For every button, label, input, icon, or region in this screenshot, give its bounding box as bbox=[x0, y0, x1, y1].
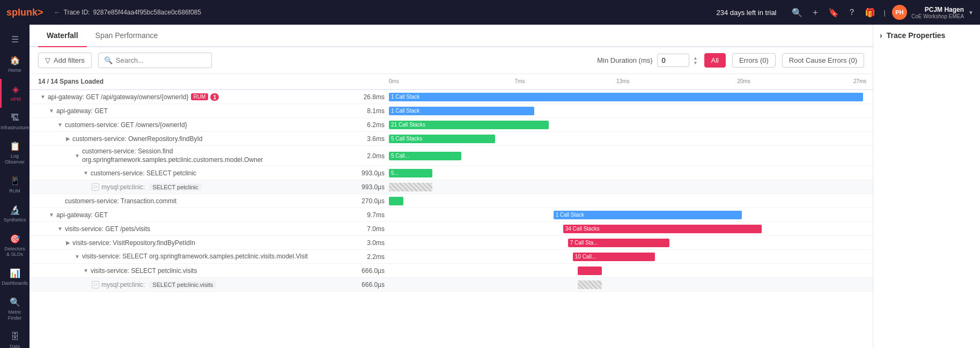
sidebar-item-detectors[interactable]: 🎯 Detectors & SLOs bbox=[0, 228, 30, 263]
span-bar[interactable]: 34 Call Stacks bbox=[563, 225, 762, 233]
chevron-right-icon[interactable]: › bbox=[880, 31, 882, 40]
span-bar[interactable]: 1 Call Stack bbox=[389, 93, 863, 101]
search-input[interactable] bbox=[116, 56, 206, 64]
sidebar-item-home-label: Home bbox=[8, 68, 21, 73]
back-arrow[interactable]: ← bbox=[54, 9, 61, 16]
expand-icon[interactable]: ▼ bbox=[57, 226, 63, 232]
span-name: ▼ customers-service: SELECT petclinic bbox=[30, 168, 341, 179]
sidebar-item-dashboards[interactable]: 📊 Dashboards bbox=[0, 263, 30, 292]
min-duration-input[interactable] bbox=[657, 54, 689, 67]
logo: splunk> bbox=[6, 7, 43, 18]
expand-icon[interactable]: ▼ bbox=[83, 268, 89, 273]
filter-errors-button[interactable]: Errors (0) bbox=[732, 53, 776, 68]
table-row: ▼ customers-service: GET /owners/{ownerI… bbox=[30, 118, 873, 132]
tick-0ms: 0ms bbox=[389, 78, 399, 84]
sidebar-item-data-management[interactable]: 🗄 Data Management bbox=[0, 327, 30, 348]
span-name: ▼ customers-service: Session.find org.sp… bbox=[30, 146, 341, 166]
trace-breadcrumb: ← Trace ID: 9287e85f44aa4f95bc58ace0c686… bbox=[54, 9, 201, 16]
span-bar-area: 1 Call Stack bbox=[389, 210, 873, 220]
span-bar[interactable] bbox=[578, 266, 602, 275]
tab-span-performance[interactable]: Span Performance bbox=[87, 25, 167, 47]
expand-icon[interactable]: ▶ bbox=[66, 136, 70, 142]
sidebar-item-infrastructure-label: Infrastructure bbox=[1, 125, 29, 131]
search-box: 🔍 bbox=[98, 53, 212, 68]
trial-badge: 234 days left in trial bbox=[717, 9, 777, 17]
rum-badge: RUM bbox=[191, 93, 209, 100]
tick-7ms: 7ms bbox=[515, 78, 525, 84]
span-duration: 666.0µs bbox=[341, 267, 389, 275]
span-bar-area: 7 Call Sta... bbox=[389, 238, 873, 248]
span-name: □ mysql:petclinic: SELECT petclinic.visi… bbox=[30, 279, 341, 290]
span-bar-area bbox=[389, 182, 873, 192]
expand-icon[interactable]: ▼ bbox=[49, 212, 54, 218]
expand-icon[interactable]: ▼ bbox=[57, 122, 63, 128]
bookmark-icon[interactable]: 🔖 bbox=[828, 8, 839, 18]
stepper-arrows: ▲▼ bbox=[694, 56, 698, 65]
user-name: PCJM Hagen bbox=[911, 6, 964, 13]
span-bar[interactable]: 1 Call Stack bbox=[554, 211, 742, 219]
user-menu[interactable]: PH PCJM Hagen CoE Workshop EMEA ▼ bbox=[892, 5, 974, 20]
span-name: ▼ api-gateway: GET /api/gateway/owners/{… bbox=[30, 92, 341, 102]
span-bar[interactable]: 21 Call Stacks bbox=[389, 121, 549, 129]
sidebar-item-detectors-label: Detectors & SLOs bbox=[2, 246, 27, 258]
expand-icon[interactable]: ▼ bbox=[40, 94, 46, 100]
tick-13ms: 13ms bbox=[616, 78, 629, 84]
table-row: ▶ visits-service: VisitRepository.findBy… bbox=[30, 236, 873, 250]
span-name: □ mysql:petclinic: SELECT petclinic bbox=[30, 182, 341, 192]
expand-icon[interactable]: ▼ bbox=[83, 170, 89, 176]
topbar-icons: 🔍 ＋ 🔖 ？ 🎁 | bbox=[792, 7, 886, 18]
home-icon: 🏠 bbox=[10, 55, 20, 65]
span-bar-area: 1 Call Stack bbox=[389, 92, 873, 102]
span-bar[interactable]: 5... bbox=[389, 169, 432, 177]
sidebar-item-rum[interactable]: 📱 RUM bbox=[0, 171, 30, 199]
span-bar[interactable]: 7 Call Sta... bbox=[568, 239, 669, 247]
sidebar-menu-toggle[interactable]: ☰ bbox=[0, 29, 30, 50]
expand-icon[interactable]: ▼ bbox=[49, 108, 54, 114]
sidebar-item-infrastructure[interactable]: 🏗 Infrastructure bbox=[0, 108, 30, 136]
sidebar-item-apm[interactable]: ◈ APM bbox=[0, 79, 30, 108]
sidebar-item-dashboards-label: Dashboards bbox=[2, 280, 28, 286]
span-bar[interactable]: 10 Call... bbox=[573, 253, 655, 261]
span-bar-area bbox=[389, 196, 873, 206]
sql-icon: □ bbox=[92, 281, 99, 288]
span-duration: 26.8ms bbox=[341, 93, 389, 101]
filter-root-cause-button[interactable]: Root Cause Errors (0) bbox=[782, 53, 864, 68]
table-row: □ mysql:petclinic: SELECT petclinic.visi… bbox=[30, 278, 873, 292]
sidebar-item-metric-finder[interactable]: 🔍 Metric Finder bbox=[0, 292, 30, 327]
span-bar-area bbox=[389, 279, 873, 290]
span-bar-area: 21 Call Stacks bbox=[389, 120, 873, 130]
table-row: customers-service: Transaction.commit 27… bbox=[30, 194, 873, 208]
min-duration-label: Min Duration (ms) bbox=[597, 56, 652, 64]
span-bar[interactable]: 1 Call Stack bbox=[389, 107, 534, 115]
table-row: ▼ visits-service: GET /pets/visits 7.0ms… bbox=[30, 222, 873, 236]
search-icon[interactable]: 🔍 bbox=[792, 8, 802, 18]
span-duration: 666.0µs bbox=[341, 281, 389, 288]
span-bar bbox=[578, 280, 602, 289]
add-icon[interactable]: ＋ bbox=[811, 7, 820, 18]
user-info: PCJM Hagen CoE Workshop EMEA bbox=[911, 6, 964, 19]
sidebar-item-synthetics-label: Synthetics bbox=[4, 217, 26, 223]
span-bar[interactable]: 5 Call... bbox=[389, 152, 461, 160]
tab-waterfall[interactable]: Waterfall bbox=[38, 25, 87, 47]
main-content: Waterfall Span Performance ▽ Add filters… bbox=[30, 25, 873, 348]
sidebar-item-synthetics[interactable]: 🔬 Synthetics bbox=[0, 199, 30, 228]
span-duration: 993.0µs bbox=[341, 183, 389, 191]
span-bar[interactable]: 5 Call Stacks bbox=[389, 135, 495, 143]
add-filters-button[interactable]: ▽ Add filters bbox=[38, 53, 92, 68]
span-duration: 6.2ms bbox=[341, 121, 389, 129]
help-icon[interactable]: ？ bbox=[848, 7, 856, 18]
table-row: ▼ api-gateway: GET 9.7ms 1 Call Stack bbox=[30, 208, 873, 222]
span-bar[interactable] bbox=[389, 197, 403, 205]
synthetics-icon: 🔬 bbox=[10, 205, 20, 215]
gift-icon[interactable]: 🎁 bbox=[865, 8, 875, 18]
expand-icon[interactable]: ▶ bbox=[66, 240, 70, 246]
expand-icon[interactable]: ▼ bbox=[75, 153, 80, 159]
table-row: □ mysql:petclinic: SELECT petclinic 993.… bbox=[30, 180, 873, 194]
filter-all-button[interactable]: All bbox=[704, 53, 726, 68]
sidebar-item-home[interactable]: 🏠 Home bbox=[0, 50, 30, 79]
expand-icon[interactable]: ▼ bbox=[75, 254, 80, 260]
trace-id-value: 9287e85f44aa4f95bc58ace0c686f085 bbox=[93, 9, 201, 16]
sidebar-item-log-observer[interactable]: 📋 Log Observer bbox=[0, 136, 30, 171]
span-name: ▼ visits-service: SELECT petclinic.visit… bbox=[30, 265, 341, 276]
span-bar bbox=[389, 183, 432, 191]
